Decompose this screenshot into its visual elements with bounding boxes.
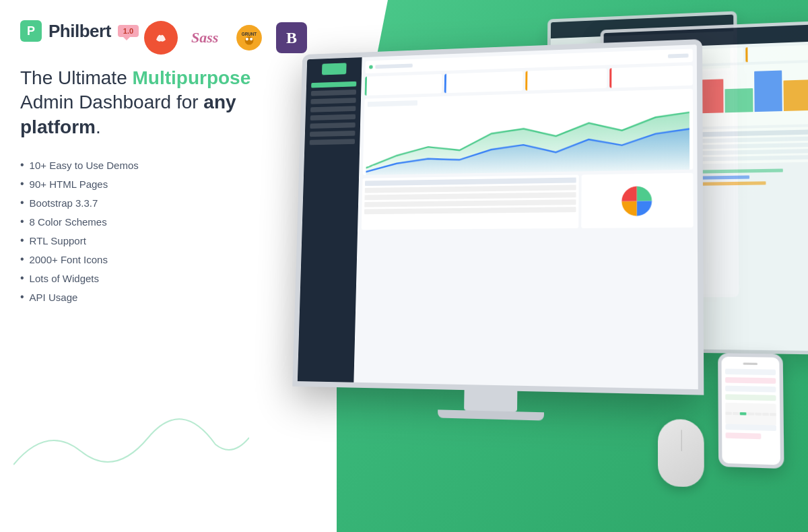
table-row-4 — [364, 207, 576, 214]
headline-end: . — [96, 117, 101, 137]
header-dot — [369, 65, 373, 69]
pie-icon — [617, 182, 655, 220]
header-title-bar — [375, 63, 413, 69]
feature-item-4: RTL Support — [20, 231, 276, 250]
stat-card-2 — [444, 71, 523, 94]
mouse-mockup — [658, 419, 704, 488]
phone-item-4 — [725, 394, 776, 401]
feature-item-6: Lots of Widgets — [20, 269, 276, 288]
phone-speaker — [743, 362, 758, 364]
dashboard-bottom-section — [362, 173, 694, 230]
svg-point-4 — [246, 38, 248, 40]
stat-card-3 — [525, 68, 607, 90]
feature-item-1: 90+ HTML Pages — [20, 174, 276, 193]
feature-item-7: API Usage — [20, 288, 276, 306]
phone-item-6 — [726, 432, 762, 439]
grunt-icon: GRUNT — [235, 24, 263, 52]
logo-area: P Philbert 1.0 — [20, 20, 139, 42]
headline: The Ultimate Multipurpose Admin Dashboar… — [20, 66, 276, 139]
sidebar-logo — [322, 63, 347, 75]
main-container: P Philbert 1.0 Sass — [0, 0, 808, 532]
bower-logo — [144, 21, 178, 55]
sidebar-item-4 — [310, 106, 356, 112]
feature-item-2: Bootstrap 3.3.7 — [20, 193, 276, 212]
table-row-3 — [364, 199, 576, 207]
monitor-base — [438, 409, 544, 420]
phone-item-5 — [725, 424, 776, 432]
feature-item-3: 8 Color Schemes — [20, 212, 276, 231]
chart-title — [368, 100, 417, 107]
area-chart-svg — [366, 100, 689, 175]
table-row-1 — [365, 185, 576, 193]
dashboard-ui — [298, 44, 698, 389]
monitor-stand — [464, 390, 517, 411]
dashboard-mockup-area — [258, 20, 808, 529]
table-row-2 — [364, 192, 576, 200]
phone-calendar-widget — [725, 403, 776, 426]
features-list: 10+ Easy to Use Demos 90+ HTML Pages Boo… — [20, 156, 276, 306]
grunt-logo: GRUNT — [232, 20, 267, 55]
sidebar-item-8 — [310, 139, 356, 145]
logo-icon: P — [20, 20, 42, 42]
monitor-screen — [292, 39, 704, 395]
sidebar-item-5 — [310, 114, 356, 121]
stat-card-4 — [609, 65, 693, 88]
mouse-line — [681, 430, 681, 451]
left-content-area: P Philbert 1.0 Sass — [20, 20, 276, 327]
svg-text:GRUNT: GRUNT — [242, 32, 257, 36]
pie-chart-widget — [581, 173, 694, 228]
headline-highlight: Multipurpose — [133, 67, 251, 88]
feature-item-5: 2000+ Font Icons — [20, 250, 276, 269]
dashboard-main-content — [354, 44, 698, 389]
tech-logos-group: Sass GRUNT B — [144, 20, 307, 55]
sass-logo: Sass — [187, 20, 222, 55]
phone-mockup — [718, 353, 784, 469]
phone-item-1 — [725, 368, 776, 375]
sidebar-item-3 — [310, 98, 356, 104]
sidebar-item-7 — [310, 131, 355, 137]
header-action-bar — [668, 53, 689, 58]
headline-line2-normal: Admin Dashboard for — [20, 92, 203, 112]
sidebar-item-6 — [310, 123, 355, 129]
headline-line1-normal: The Ultimate — [20, 67, 133, 88]
area-chart-container — [363, 89, 694, 175]
sidebar-item-1 — [311, 81, 356, 88]
main-monitor — [291, 39, 704, 438]
svg-point-5 — [250, 38, 252, 40]
phone-item-3 — [725, 386, 776, 393]
stat-card-1 — [365, 74, 442, 96]
brand-name: Philbert — [48, 21, 111, 42]
bower-icon — [151, 28, 171, 48]
data-table — [362, 175, 579, 230]
svg-point-3 — [245, 36, 254, 45]
dashboard-sidebar — [298, 57, 362, 383]
bootstrap-logo: B — [276, 22, 307, 53]
feature-item-0: 10+ Easy to Use Demos — [20, 156, 276, 174]
sidebar-item-2 — [311, 90, 356, 96]
header-row: P Philbert 1.0 Sass — [20, 20, 276, 55]
wave-decoration — [13, 411, 249, 492]
phone-item-2 — [725, 377, 776, 384]
version-badge: 1.0 — [118, 25, 139, 37]
